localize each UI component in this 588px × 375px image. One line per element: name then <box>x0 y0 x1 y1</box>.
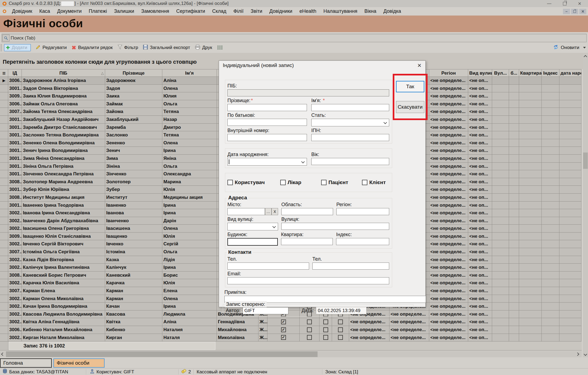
table-cell[interactable]: <не оп... <box>468 248 492 256</box>
table-cell[interactable] <box>509 170 519 178</box>
table-cell[interactable]: <не определе... <box>429 170 468 178</box>
name-input[interactable] <box>311 104 389 111</box>
table-cell[interactable]: <не определе... <box>389 334 429 342</box>
table-cell[interactable] <box>559 85 581 93</box>
table-cell[interactable]: Зима Яніна Олександрівна <box>22 155 105 163</box>
table-cell[interactable]: Задоя <box>105 85 162 93</box>
table-cell[interactable]: <не определе... <box>429 256 468 264</box>
table-cell[interactable] <box>509 77 519 85</box>
table-cell[interactable] <box>492 163 509 170</box>
table-cell[interactable]: Карачка <box>105 279 162 287</box>
table-cell[interactable]: ✓ <box>267 326 300 334</box>
table-cell[interactable] <box>509 209 519 217</box>
table-cell[interactable] <box>559 100 581 108</box>
table-cell[interactable]: Іванченко <box>105 217 162 225</box>
table-cell[interactable]: Михайловна <box>217 326 258 334</box>
table-cell[interactable] <box>0 92 8 100</box>
table-cell[interactable] <box>492 310 509 318</box>
table-cell[interactable] <box>0 209 8 217</box>
table-cell[interactable] <box>509 186 519 194</box>
table-cell[interactable] <box>492 334 509 342</box>
pib-input[interactable] <box>227 89 389 96</box>
table-cell[interactable] <box>492 326 509 334</box>
ipn-input[interactable] <box>311 134 389 141</box>
table-cell[interactable] <box>519 334 542 342</box>
checkbox-patient[interactable]: Пацієнт <box>321 179 362 185</box>
table-cell[interactable] <box>509 116 519 124</box>
table-cell[interactable] <box>519 287 542 295</box>
table-cell[interactable]: 3002.. <box>8 240 22 248</box>
row-checkbox[interactable] <box>307 319 312 324</box>
table-cell[interactable] <box>519 116 542 124</box>
menu-item[interactable]: Платежі <box>89 8 107 14</box>
table-cell[interactable]: <не оп... <box>468 209 492 217</box>
table-cell[interactable]: <не оп... <box>468 295 492 303</box>
author-input[interactable] <box>243 307 288 314</box>
column-header[interactable]: дата наро <box>559 69 581 77</box>
menu-item[interactable]: Залишки <box>114 8 134 14</box>
table-cell[interactable] <box>509 217 519 225</box>
table-cell[interactable]: Тетяна <box>162 108 217 116</box>
refresh-dropdown-icon[interactable] <box>583 47 586 48</box>
table-cell[interactable]: 3002.. <box>8 279 22 287</box>
table-cell[interactable]: Задорожнюк Аліна Ігорівна <box>22 77 105 85</box>
table-cell[interactable] <box>559 108 581 116</box>
table-cell[interactable] <box>492 303 509 310</box>
table-cell[interactable]: 3002.. <box>8 318 22 326</box>
scroll-right-icon[interactable] <box>575 352 580 356</box>
table-cell[interactable] <box>542 256 559 264</box>
table-cell[interactable]: Зубер Юлія Юріївна <box>22 186 105 194</box>
table-cell[interactable] <box>559 178 581 186</box>
table-cell[interactable]: 3001.. <box>8 85 22 93</box>
table-cell[interactable] <box>542 209 559 217</box>
table-cell[interactable] <box>509 318 519 326</box>
table-cell[interactable] <box>559 170 581 178</box>
table-cell[interactable]: <не оп... <box>468 178 492 186</box>
table-cell[interactable] <box>0 194 8 202</box>
table-cell[interactable] <box>509 248 519 256</box>
menu-item[interactable]: Довідник <box>12 8 32 14</box>
table-cell[interactable]: <не оп... <box>468 147 492 155</box>
table-cell[interactable] <box>519 186 542 194</box>
table-cell[interactable]: Кибенко <box>105 326 162 334</box>
mdi-close-icon[interactable]: ✕ <box>579 9 586 14</box>
table-cell[interactable] <box>559 334 581 342</box>
table-cell[interactable]: Ірина <box>162 202 217 209</box>
table-cell[interactable] <box>492 131 509 139</box>
table-cell[interactable]: Миколаївна <box>217 334 258 342</box>
table-cell[interactable] <box>542 139 559 147</box>
table-cell[interactable]: Зінченко Олександра Петрівна <box>22 170 105 178</box>
table-cell[interactable]: <не оп... <box>468 186 492 194</box>
table-cell[interactable] <box>542 178 559 186</box>
add-button[interactable]: + Додати <box>4 44 31 51</box>
index-input[interactable] <box>336 238 389 245</box>
table-cell[interactable] <box>542 240 559 248</box>
minimize-icon[interactable]: — <box>547 1 552 6</box>
table-cell[interactable] <box>559 116 581 124</box>
table-cell[interactable] <box>559 225 581 233</box>
table-cell[interactable] <box>559 194 581 202</box>
table-cell[interactable] <box>509 264 519 272</box>
table-cell[interactable] <box>559 124 581 132</box>
table-cell[interactable]: <не определе... <box>389 326 429 334</box>
table-cell[interactable] <box>0 233 8 240</box>
table-cell[interactable]: Ірина <box>162 209 217 217</box>
table-cell[interactable] <box>509 163 519 170</box>
table-cell[interactable]: 3007... <box>8 108 22 116</box>
table-cell[interactable]: Зінченко <box>105 170 162 178</box>
table-cell[interactable]: <не оп... <box>468 170 492 178</box>
table-cell[interactable] <box>559 217 581 225</box>
table-cell[interactable] <box>542 124 559 132</box>
table-cell[interactable]: <не определе... <box>429 310 468 318</box>
table-cell[interactable] <box>509 287 519 295</box>
table-cell[interactable]: <не определе... <box>429 202 468 209</box>
table-cell[interactable] <box>509 92 519 100</box>
table-cell[interactable] <box>559 326 581 334</box>
region-input[interactable] <box>336 208 389 215</box>
table-cell[interactable]: Заслонко <box>105 131 162 139</box>
table-cell[interactable]: Квасова Людмила Володимирівна <box>22 310 105 318</box>
table-cell[interactable] <box>559 310 581 318</box>
table-cell[interactable]: ✓ <box>267 318 300 326</box>
table-cell[interactable]: <не оп... <box>468 131 492 139</box>
table-cell[interactable] <box>492 170 509 178</box>
